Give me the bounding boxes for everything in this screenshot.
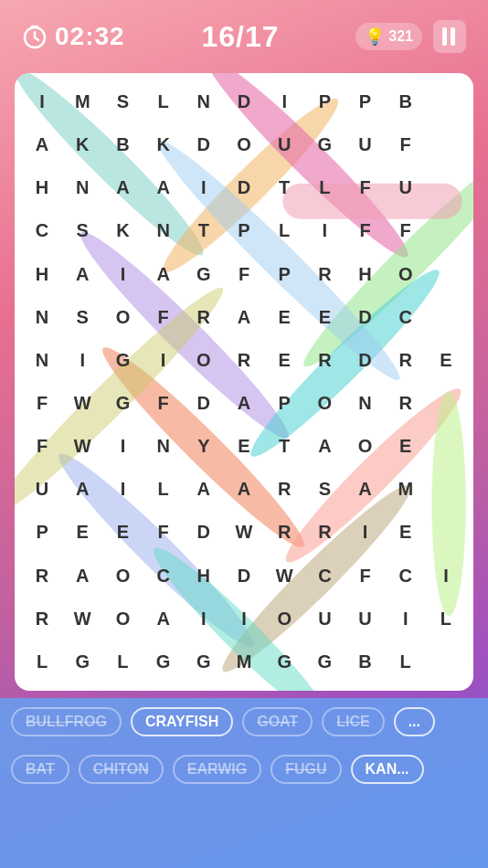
cell-10-8[interactable]: I: [345, 511, 385, 554]
cell-12-1[interactable]: W: [62, 598, 102, 640]
cell-8-7[interactable]: A: [304, 425, 345, 468]
cell-6-6[interactable]: E: [264, 339, 304, 382]
cell-7-8[interactable]: N: [345, 382, 385, 425]
word-chip[interactable]: BAT: [11, 755, 69, 784]
cell-9-6[interactable]: R: [264, 468, 304, 511]
cell-4-6[interactable]: P: [264, 253, 304, 296]
cell-12-5[interactable]: I: [224, 598, 264, 640]
cell-3-5[interactable]: P: [224, 209, 264, 252]
cell-2-8[interactable]: F: [345, 166, 385, 209]
cell-6-1[interactable]: I: [62, 339, 102, 382]
cell-3-1[interactable]: S: [62, 209, 102, 252]
cell-13-9[interactable]: L: [386, 640, 426, 683]
cell-8-3[interactable]: N: [143, 425, 184, 468]
word-chip[interactable]: KAN...: [351, 755, 424, 784]
cell-7-9[interactable]: R: [386, 382, 426, 425]
cell-4-3[interactable]: A: [143, 253, 184, 296]
cell-5-5[interactable]: A: [224, 296, 264, 339]
cell-8-10[interactable]: [426, 425, 466, 468]
cell-10-3[interactable]: F: [143, 511, 184, 554]
cell-7-0[interactable]: F: [22, 382, 62, 425]
cell-9-2[interactable]: I: [102, 468, 143, 511]
cell-11-2[interactable]: O: [102, 555, 143, 598]
cell-13-1[interactable]: G: [62, 640, 102, 683]
cell-12-8[interactable]: U: [345, 598, 385, 640]
cell-9-0[interactable]: U: [22, 468, 62, 511]
cell-9-5[interactable]: A: [224, 468, 264, 511]
cell-9-7[interactable]: S: [304, 468, 345, 511]
cell-4-1[interactable]: A: [62, 253, 102, 296]
word-chip[interactable]: CRAYFISH: [131, 707, 233, 736]
cell-12-10[interactable]: L: [426, 598, 466, 640]
cell-0-9[interactable]: B: [386, 80, 426, 123]
cell-7-10[interactable]: [426, 382, 466, 425]
cell-4-5[interactable]: F: [224, 253, 264, 296]
cell-6-8[interactable]: D: [345, 339, 385, 382]
cell-10-2[interactable]: E: [102, 511, 143, 554]
cell-8-9[interactable]: E: [386, 425, 426, 468]
cell-1-3[interactable]: K: [143, 123, 184, 166]
cell-5-8[interactable]: D: [345, 296, 385, 339]
cell-1-0[interactable]: A: [22, 123, 62, 166]
cell-6-3[interactable]: I: [143, 339, 184, 382]
cell-3-8[interactable]: F: [345, 209, 385, 252]
cell-2-7[interactable]: L: [304, 166, 345, 209]
cell-7-5[interactable]: A: [224, 382, 264, 425]
cell-6-9[interactable]: R: [386, 339, 426, 382]
cell-10-5[interactable]: W: [224, 511, 264, 554]
cell-1-10[interactable]: [426, 123, 466, 166]
cell-2-4[interactable]: I: [184, 166, 224, 209]
cell-2-6[interactable]: T: [264, 166, 304, 209]
cell-5-7[interactable]: E: [304, 296, 345, 339]
cell-1-9[interactable]: F: [386, 123, 426, 166]
cell-13-0[interactable]: L: [22, 640, 62, 683]
cell-1-4[interactable]: D: [184, 123, 224, 166]
cell-9-3[interactable]: L: [143, 468, 184, 511]
cell-13-2[interactable]: L: [102, 640, 143, 683]
cell-12-0[interactable]: R: [22, 598, 62, 640]
cell-11-1[interactable]: A: [62, 555, 102, 598]
cell-8-8[interactable]: O: [345, 425, 385, 468]
cell-13-8[interactable]: B: [345, 640, 385, 683]
cell-10-1[interactable]: E: [62, 511, 102, 554]
cell-2-1[interactable]: N: [62, 166, 102, 209]
cell-3-0[interactable]: C: [22, 209, 62, 252]
cell-0-0[interactable]: I: [22, 80, 62, 123]
cell-11-6[interactable]: W: [264, 555, 304, 598]
cell-9-8[interactable]: A: [345, 468, 385, 511]
cell-2-0[interactable]: H: [22, 166, 62, 209]
cell-8-6[interactable]: T: [264, 425, 304, 468]
cell-1-6[interactable]: U: [264, 123, 304, 166]
cell-11-0[interactable]: R: [22, 555, 62, 598]
word-chip[interactable]: GOAT: [242, 707, 313, 736]
cell-1-1[interactable]: K: [62, 123, 102, 166]
word-chip[interactable]: FUGU: [271, 755, 341, 784]
cell-12-7[interactable]: U: [304, 598, 345, 640]
cell-4-9[interactable]: O: [386, 253, 426, 296]
cell-6-5[interactable]: R: [224, 339, 264, 382]
cell-6-10[interactable]: E: [426, 339, 466, 382]
cell-1-8[interactable]: U: [345, 123, 385, 166]
cell-11-4[interactable]: H: [184, 555, 224, 598]
cell-4-8[interactable]: H: [345, 253, 385, 296]
cell-12-6[interactable]: O: [264, 598, 304, 640]
cell-3-3[interactable]: N: [143, 209, 184, 252]
word-chip[interactable]: ...: [394, 707, 435, 736]
hint-block[interactable]: 💡 321: [355, 23, 422, 50]
cell-4-10[interactable]: [426, 253, 466, 296]
cell-2-10[interactable]: [426, 166, 466, 209]
cell-3-10[interactable]: [426, 209, 466, 252]
cell-3-4[interactable]: T: [184, 209, 224, 252]
cell-12-2[interactable]: O: [102, 598, 143, 640]
cell-0-10[interactable]: [426, 80, 466, 123]
cell-12-9[interactable]: I: [386, 598, 426, 640]
cell-1-5[interactable]: O: [224, 123, 264, 166]
cell-8-5[interactable]: E: [224, 425, 264, 468]
cell-0-4[interactable]: N: [184, 80, 224, 123]
cell-10-7[interactable]: R: [304, 511, 345, 554]
cell-10-6[interactable]: R: [264, 511, 304, 554]
cell-7-2[interactable]: G: [102, 382, 143, 425]
cell-3-2[interactable]: K: [102, 209, 143, 252]
cell-1-7[interactable]: G: [304, 123, 345, 166]
cell-5-9[interactable]: C: [386, 296, 426, 339]
